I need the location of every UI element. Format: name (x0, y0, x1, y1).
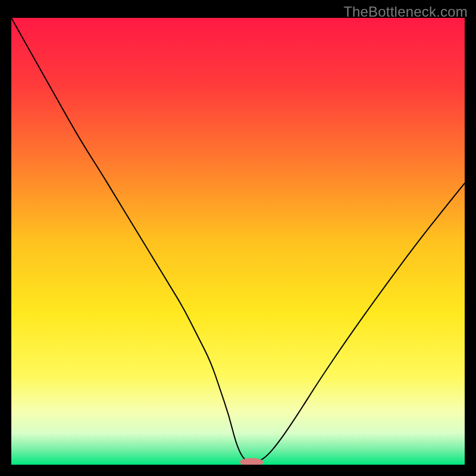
chart-svg (11, 18, 465, 465)
gradient-background (11, 18, 465, 465)
chart-frame: TheBottleneck.com (0, 0, 476, 476)
plot-area (11, 18, 465, 465)
watermark-text: TheBottleneck.com (343, 4, 468, 20)
